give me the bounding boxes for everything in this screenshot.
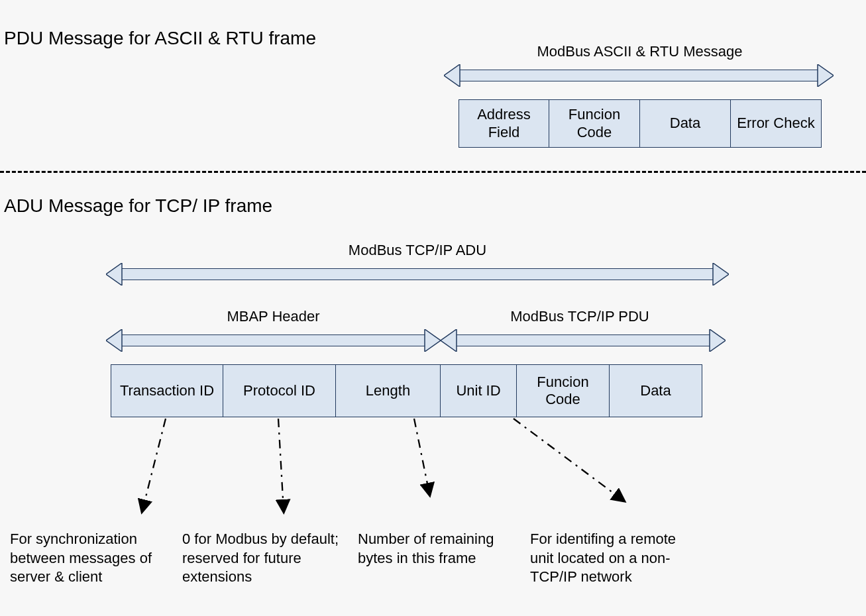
note-unit-id: For identifing a remote unit located on … bbox=[530, 530, 696, 587]
svg-line-9 bbox=[142, 419, 166, 510]
note-length: Number of remaining bytes in this frame bbox=[358, 530, 517, 568]
svg-line-11 bbox=[414, 419, 429, 493]
note-transaction-id: For synchronization between messages of … bbox=[10, 530, 176, 587]
svg-line-10 bbox=[278, 419, 284, 510]
svg-line-12 bbox=[514, 419, 623, 500]
callout-arrow-transaction bbox=[0, 0, 866, 616]
note-protocol-id: 0 for Modbus by default; reserved for fu… bbox=[182, 530, 345, 587]
